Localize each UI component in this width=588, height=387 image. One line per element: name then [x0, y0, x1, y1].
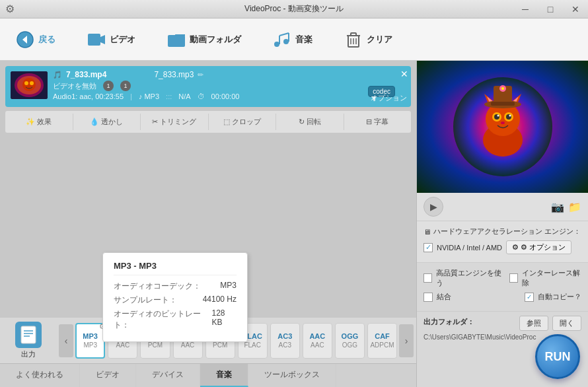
video-icon: [87, 30, 106, 49]
video-button[interactable]: ビデオ: [78, 25, 145, 54]
format-tooltip-title: MP3 - MP3: [114, 261, 237, 275]
camera-icon[interactable]: 📷: [551, 201, 564, 213]
rotate-icon: ↻: [299, 118, 305, 126]
expand-icon[interactable]: ▼: [370, 94, 378, 103]
codec-label: オーディオコーデック：: [114, 281, 201, 292]
svg-point-20: [22, 78, 36, 91]
svg-rect-13: [351, 33, 356, 36]
close-button[interactable]: ✕: [563, 0, 588, 18]
format-item-aac[interactable]: AAC AAC: [303, 323, 332, 359]
samplerate-label: サンプルレート：: [114, 295, 177, 306]
format-tooltip: MP3 - MP3 オーディオコーデック： MP3 サンプルレート： 44100…: [102, 252, 248, 342]
interlace-checkbox[interactable]: [509, 273, 518, 283]
trim-icon: ✂: [152, 118, 158, 126]
window-controls: ─ □ ✕: [513, 0, 588, 18]
app-title: VideoProc - 動画変換ツール: [244, 3, 344, 15]
svg-point-7: [283, 39, 289, 44]
tab-popular[interactable]: よく使われる: [0, 364, 80, 387]
format-item-caf[interactable]: CAF ADPCM: [367, 323, 397, 359]
hw-gpu-row: ✓ NVIDIA / Intel / AMD ⚙ ⚙ オプション: [423, 240, 581, 254]
autocopy-label: 自動コピー？: [538, 292, 581, 302]
output-icon: [15, 322, 42, 348]
merge-checkbox[interactable]: [423, 293, 433, 302]
output-area: 出力: [3, 322, 57, 359]
folder-buttons: 参照 開く: [519, 316, 581, 331]
effect-button[interactable]: ✨ 效果: [5, 114, 73, 130]
back-icon: [16, 30, 34, 49]
file-item: 🎵 7_833.mp4 7_833.mp3 ✏ ビデオを無効 1 1 Audio…: [5, 66, 411, 107]
preview-controls: ▶ 📷 📁: [417, 193, 588, 221]
clear-button[interactable]: クリア: [335, 25, 402, 54]
quality-checkbox[interactable]: [423, 273, 432, 283]
format-item-ac3[interactable]: AC3 AC3: [270, 323, 300, 359]
tab-music[interactable]: 音楽: [200, 364, 248, 387]
autocopy-checkbox[interactable]: ✓: [525, 293, 534, 302]
trim-button[interactable]: ✂ トリミング: [141, 114, 209, 130]
merge-row: 結合 ✓ 自動コピー？: [423, 292, 581, 302]
bitrate: N/A: [178, 92, 190, 100]
tab-bar: よく使われる ビデオ デバイス 音楽 ツールボックス: [0, 363, 416, 387]
svg-rect-2: [88, 34, 100, 46]
format-type-mp3: MP3: [83, 332, 98, 340]
effect-icon: ✨: [26, 118, 35, 126]
svg-point-6: [274, 42, 279, 47]
svg-point-38: [497, 115, 499, 117]
edit-output-icon[interactable]: ✏: [198, 71, 203, 79]
output-filename: 7_833.mp3: [154, 70, 194, 79]
samplerate-value: 44100 Hz: [203, 295, 237, 306]
watermark-icon: 💧: [90, 118, 99, 126]
browse-button[interactable]: 参照: [519, 316, 548, 331]
hw-options-button[interactable]: ⚙ ⚙ オプション: [506, 240, 571, 254]
folder-button[interactable]: 動画フォルダ: [158, 25, 250, 54]
action-bar: ✨ 效果 💧 透かし ✂ トリミング ⬚ クロップ ↻ 回転 ⊟ 字幕: [5, 111, 411, 133]
preview-icons: 📷 📁: [551, 201, 581, 213]
svg-point-39: [509, 115, 511, 117]
bitrate-row: オーディオのビットレート： 128 KB: [114, 308, 237, 331]
watermark-button[interactable]: 💧 透かし: [73, 114, 141, 130]
file-info: 🎵 7_833.mp4 7_833.mp3 ✏ ビデオを無効 1 1 Audio…: [53, 70, 406, 100]
folder-open-icon[interactable]: 📁: [568, 201, 581, 213]
music-icon: [273, 30, 291, 49]
file-close-button[interactable]: ✕: [400, 69, 408, 79]
hw-gpu-checkbox[interactable]: ✓: [423, 243, 433, 252]
play-button[interactable]: ▶: [423, 197, 443, 217]
codec-row: オーディオコーデック： MP3: [114, 281, 237, 292]
settings-icon-title[interactable]: ⚙: [5, 3, 15, 15]
format-item-mp3[interactable]: ⚙ MP3 MP3: [75, 323, 105, 359]
tab-device[interactable]: デバイス: [136, 364, 200, 387]
back-button[interactable]: 戻る: [7, 25, 65, 54]
scroll-right-button[interactable]: ›: [399, 324, 414, 357]
video-status: ビデオを無効: [53, 81, 96, 91]
chip-icon: 🖥: [423, 228, 431, 236]
quality-row: 高品質エンジンを使う インターレース解除: [423, 268, 581, 288]
format-sub-mp3: MP3: [83, 341, 97, 349]
video-label: ビデオ: [110, 34, 135, 46]
crop-button[interactable]: ⬚ クロップ: [209, 114, 277, 130]
svg-rect-43: [491, 102, 515, 106]
minimize-button[interactable]: ─: [513, 0, 538, 18]
track-badge2: 1: [120, 81, 131, 91]
svg-point-40: [501, 122, 505, 124]
samplerate-row: サンプルレート： 44100 Hz: [114, 295, 237, 306]
right-panel: ▶ 📷 📁 🖥 ハードウェアアクセラレーション エンジン： ✓ NVIDIA /…: [416, 61, 588, 387]
preview-character: [450, 74, 556, 180]
svg-rect-23: [21, 326, 36, 343]
hw-acceleration-section: 🖥 ハードウェアアクセラレーション エンジン： ✓ NVIDIA / Intel…: [417, 221, 588, 263]
folder-label: 動画フォルダ: [190, 34, 241, 46]
file-thumbnail: [11, 71, 48, 99]
scroll-left-button[interactable]: ‹: [59, 324, 73, 357]
music-button[interactable]: 音楽: [264, 25, 322, 54]
folder-section-label: 出力フォルダ：: [423, 317, 474, 327]
open-button[interactable]: 開く: [552, 316, 581, 331]
run-button[interactable]: RUN: [535, 334, 580, 379]
tab-video[interactable]: ビデオ: [80, 364, 136, 387]
subtitle-button[interactable]: ⊟ 字幕: [344, 114, 412, 130]
rotate-button[interactable]: ↻ 回転: [276, 114, 344, 130]
duration: 00:00:00: [211, 92, 240, 100]
svg-point-22: [30, 81, 34, 85]
maximize-button[interactable]: □: [538, 0, 563, 18]
options-section: 高品質エンジンを使う インターレース解除 結合 ✓ 自動コピー？: [417, 263, 588, 311]
format-item-ogg[interactable]: OGG OGG: [335, 323, 365, 359]
tab-toolbox[interactable]: ツールボックス: [248, 364, 336, 387]
back-label: 戻る: [38, 34, 55, 46]
